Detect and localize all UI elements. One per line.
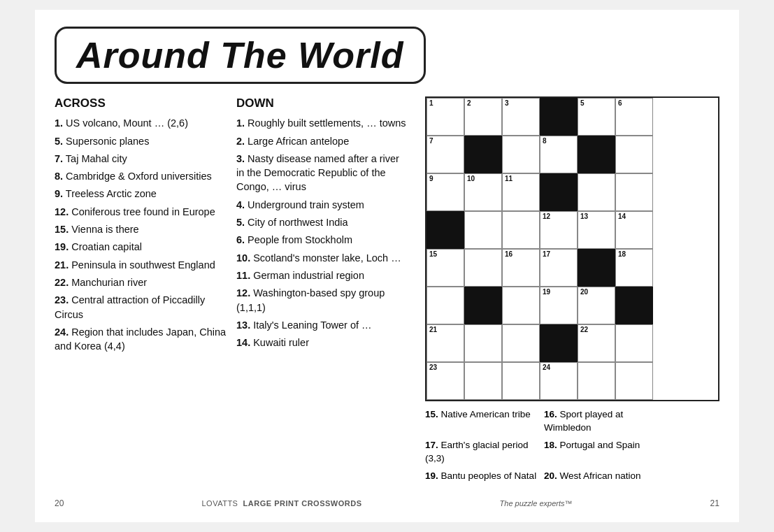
white-cell[interactable]: 16 [502,249,540,287]
below-clue: 20. West African nation [544,470,659,483]
white-cell[interactable]: 20 [578,287,615,324]
white-cell[interactable]: 10 [464,173,502,211]
white-cell[interactable] [578,173,615,211]
cell-number: 2 [467,100,471,107]
white-cell[interactable]: 9 [427,173,464,211]
cell-number: 6 [618,100,622,107]
cell-number: 9 [429,175,433,182]
white-cell[interactable]: 13 [578,211,615,249]
clue-number: 17. [425,440,438,450]
across-clue: 22. Manchurian river [55,275,228,289]
content-area: ACROSS 1. US volcano, Mount … (2,6)5. Su… [55,96,719,487]
clue-number: 10. [236,252,250,264]
cell-number: 15 [429,251,437,258]
clue-number: 21. [55,259,69,271]
across-clue: 15. Vienna is there [55,222,228,236]
down-clue: 4. Underground train system [236,198,410,212]
below-clue: 19. Bantu peoples of Natal [425,470,540,483]
white-cell[interactable] [615,324,653,362]
down-clue: 12. Washington-based spy group (1,1,1) [236,286,410,315]
white-cell[interactable] [502,287,540,324]
white-cell[interactable]: 6 [615,98,653,136]
white-cell[interactable]: 8 [540,136,578,173]
below-clue: 15. Native American tribe [425,408,540,435]
white-cell[interactable] [615,362,653,400]
white-cell[interactable]: 3 [502,98,540,136]
footer: 20 LOVATTS LARGE PRINT CROSSWORDS The pu… [55,498,719,508]
clue-number: 15. [55,224,69,235]
across-clue: 5. Supersonic planes [55,134,228,148]
clue-number: 1. [55,117,63,129]
clue-number: 9. [55,188,63,199]
down-clue: 10. Scotland's monster lake, Loch … [236,251,410,265]
puzzle-area: 12356789101112131415161718192021222324 1… [418,96,719,487]
white-cell[interactable]: 22 [578,324,615,362]
black-cell [578,249,615,287]
cell-number: 22 [580,326,588,333]
across-clue: 21. Peninsula in southwest England [55,258,228,272]
white-cell[interactable] [464,211,502,249]
white-cell[interactable]: 11 [502,173,540,211]
black-cell [464,136,502,173]
white-cell[interactable]: 21 [427,324,464,362]
cell-number: 3 [505,100,509,107]
white-cell[interactable]: 12 [540,211,578,249]
footer-page-right: 21 [710,498,719,508]
down-clue: 1. Roughly built settlements, … towns [236,116,410,130]
clue-number: 8. [55,171,63,182]
cell-number: 14 [618,213,626,220]
down-clue: 5. City of northwest India [236,215,410,229]
black-cell [540,324,578,362]
white-cell[interactable] [464,362,502,400]
white-cell[interactable]: 19 [540,287,578,324]
clue-number: 18. [544,440,557,450]
clue-number: 2. [236,136,245,147]
white-cell[interactable]: 15 [427,249,464,287]
cell-number: 5 [580,100,585,107]
white-cell[interactable]: 2 [464,98,502,136]
white-cell[interactable] [502,136,540,173]
across-clue: 24. Region that includes Japan, China an… [55,325,228,354]
white-cell[interactable]: 23 [427,362,464,400]
clue-number: 19. [55,241,69,252]
white-cell[interactable] [502,362,540,400]
clue-number: 16. [544,409,557,419]
white-cell[interactable] [615,136,653,173]
across-clue: 1. US volcano, Mount … (2,6) [55,116,228,130]
footer-brand: LOVATTS [201,499,238,508]
white-cell[interactable] [427,287,464,324]
clue-number: 4. [236,199,245,210]
clue-number: 11. [236,270,250,281]
white-cell[interactable]: 1 [427,98,464,136]
white-cell[interactable]: 14 [615,211,653,249]
white-cell[interactable] [502,211,540,249]
black-cell [427,211,464,249]
clue-number: 7. [55,153,63,164]
cell-number: 16 [505,251,513,258]
cell-number: 24 [543,364,550,371]
white-cell[interactable] [464,249,502,287]
across-clues-list: 1. US volcano, Mount … (2,6)5. Supersoni… [55,116,228,353]
down-clue: 13. Italy's Leaning Tower of … [236,318,410,332]
white-cell[interactable]: 24 [540,362,578,400]
white-cell[interactable]: 18 [615,249,653,287]
white-cell[interactable] [615,173,653,211]
clue-number: 23. [55,294,69,305]
cell-number: 17 [543,251,550,258]
white-cell[interactable]: 7 [427,136,464,173]
page-title: Around The World [76,35,404,76]
clue-number: 5. [55,136,63,147]
white-cell[interactable]: 17 [540,249,578,287]
white-cell[interactable] [578,362,615,400]
crossword-grid: 12356789101112131415161718192021222324 [425,96,719,401]
black-cell [578,136,615,173]
across-clue: 19. Croatian capital [55,240,228,254]
across-clue: 12. Coniferous tree found in Europe [55,205,228,219]
white-cell[interactable]: 5 [578,98,615,136]
black-cell [540,98,578,136]
black-cell [540,173,578,211]
white-cell[interactable] [502,324,540,362]
clue-number: 6. [236,234,245,245]
cell-number: 11 [505,175,513,182]
white-cell[interactable] [464,324,502,362]
